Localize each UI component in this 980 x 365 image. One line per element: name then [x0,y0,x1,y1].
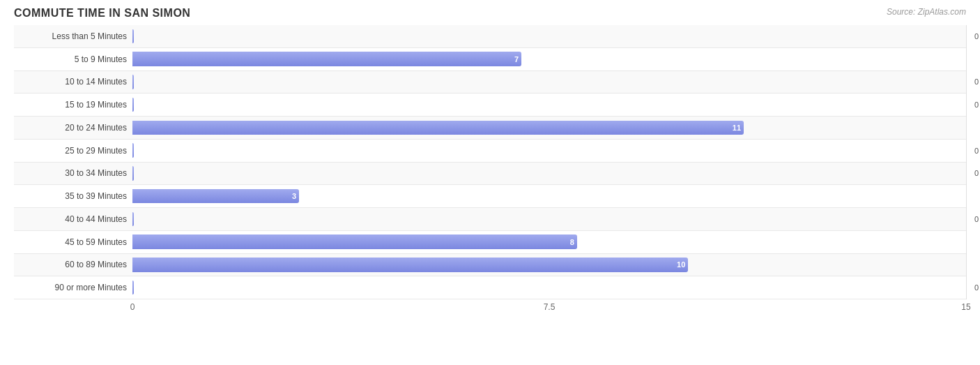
bar-value: 0 [974,100,979,109]
bar-row: 90 or more Minutes0 [14,276,966,299]
bar-fill [132,75,134,89]
bar-value: 0 [974,147,979,155]
bar-track: 0 [132,208,966,230]
bars-section: Less than 5 Minutes05 to 9 Minutes710 to… [14,25,966,299]
bar-fill: 8 [132,234,577,249]
bar-track: 0 [132,94,966,116]
bar-fill: 7 [132,52,521,66]
bar-fill: 3 [132,189,299,204]
chart-container: COMMUTE TIME IN SAN SIMON Source: ZipAtl… [0,0,980,365]
bar-track: 8 [132,231,966,253]
chart-title: COMMUTE TIME IN SAN SIMON [14,7,190,20]
x-label-15: 15 [961,302,970,312]
bar-row: 35 to 39 Minutes3 [14,185,966,208]
bar-fill [132,98,134,112]
bar-value: 0 [974,283,979,292]
bar-track: 0 [132,71,966,94]
bar-row: Less than 5 Minutes0 [14,25,966,48]
bar-label: 45 to 59 Minutes [14,237,132,247]
bar-label: 15 to 19 Minutes [14,100,132,110]
bar-fill [132,143,134,158]
bar-label: 40 to 44 Minutes [14,214,132,224]
bar-value: 11 [733,124,741,132]
bar-row: 15 to 19 Minutes0 [14,94,966,117]
bar-label: Less than 5 Minutes [14,31,132,41]
bar-fill [132,212,134,227]
bar-fill [132,281,134,295]
bar-label: 5 to 9 Minutes [14,54,132,64]
bar-value: 0 [974,169,979,177]
bar-value: 0 [974,32,979,40]
bar-value: 0 [974,77,979,86]
bar-row: 5 to 9 Minutes7 [14,48,966,71]
bar-row: 60 to 89 Minutes10 [14,254,966,277]
bar-track: 7 [132,48,966,70]
bar-value: 3 [292,192,296,200]
bar-row: 20 to 24 Minutes11 [14,117,966,140]
x-label-0: 0 [130,302,135,312]
bar-fill: 10 [132,258,688,272]
bar-track: 10 [132,254,966,276]
bar-track: 3 [132,185,966,207]
bar-label: 35 to 39 Minutes [14,191,132,201]
bar-track: 0 [132,163,966,185]
bar-track: 0 [132,25,966,47]
bar-label: 10 to 14 Minutes [14,77,132,87]
bar-track: 0 [132,276,966,299]
bar-fill: 11 [132,121,744,135]
bar-label: 20 to 24 Minutes [14,123,132,133]
bar-value: 0 [974,215,979,223]
bar-label: 30 to 34 Minutes [14,168,132,178]
chart-source: Source: ZipAtlas.com [887,7,966,17]
bar-track: 0 [132,140,966,162]
bar-track: 11 [132,117,966,139]
bar-row: 10 to 14 Minutes0 [14,71,966,94]
bar-label: 25 to 29 Minutes [14,146,132,156]
bar-fill [132,29,134,44]
bar-row: 40 to 44 Minutes0 [14,208,966,231]
bar-row: 30 to 34 Minutes0 [14,163,966,186]
x-axis: 0 7.5 15 [132,299,966,320]
bar-value: 8 [570,238,574,246]
bar-label: 60 to 89 Minutes [14,260,132,269]
grid-line-100 [966,25,967,299]
bar-value: 7 [514,55,519,64]
bar-value: 10 [677,260,685,269]
x-label-7.5: 7.5 [544,302,556,312]
bar-row: 25 to 29 Minutes0 [14,140,966,163]
chart-area: Less than 5 Minutes05 to 9 Minutes710 to… [14,25,966,320]
bar-fill [132,166,134,181]
bar-label: 90 or more Minutes [14,283,132,292]
chart-header: COMMUTE TIME IN SAN SIMON Source: ZipAtl… [14,7,966,20]
bar-row: 45 to 59 Minutes8 [14,231,966,254]
